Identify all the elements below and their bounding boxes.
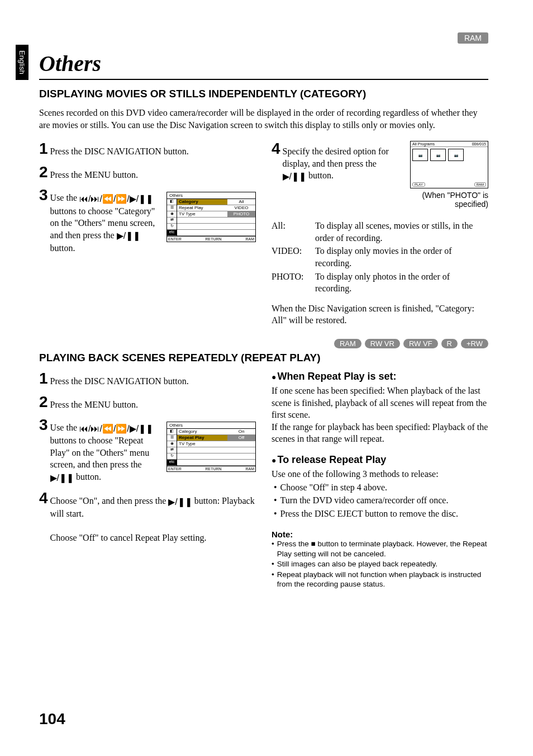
list-item: Turn the DVD video camera/recorder off o…: [274, 494, 488, 507]
subheading-release: To release Repeat Play: [272, 454, 488, 466]
def-label: VIDEO:: [272, 245, 315, 269]
section1-intro: Scenes recorded on this DVD video camera…: [39, 107, 488, 131]
menu-sidebar-icon: ↻: [167, 453, 177, 460]
step-number: 1: [39, 141, 48, 157]
menu-row-label: TV Type: [177, 211, 227, 217]
disc-nav-screenshot: All Programs 006/015 📷 📷 📷 PLAY RAM: [410, 141, 488, 188]
step-text: Specify the desired option for display, …: [283, 141, 399, 182]
subheading-when-set: When Repeat Play is set:: [272, 371, 488, 382]
step-number: 2: [39, 394, 48, 410]
menu-row-value: Off: [227, 435, 255, 441]
badge-r: R: [441, 339, 458, 348]
body-paragraph: If one scene has been specified: When pl…: [272, 385, 488, 445]
step-text: Use the ⏮/⏭/⏪/⏩/▶/❚❚ buttons to choose "…: [50, 187, 160, 254]
thumbnail: 📷: [412, 149, 428, 161]
menu-sidebar-icon: ⇄: [167, 218, 177, 224]
menu-sidebar-icon: ☰: [167, 205, 177, 211]
side-tab-language: English: [16, 45, 28, 80]
menu-sidebar-icon: ◧: [167, 429, 177, 435]
text-fragment: Choose "Off" to cancel Repeat Play setti…: [50, 533, 207, 542]
menu-sidebar-icon: ◉: [167, 211, 177, 218]
menu-title: Others: [167, 192, 255, 199]
s1-step3: 3 Use the ⏮/⏭/⏪/⏩/▶/❚❚ buttons to choose…: [39, 187, 160, 254]
screen-ram-label: RAM: [474, 182, 486, 187]
menu-sidebar-icon: ◧: [167, 199, 177, 205]
step-text: Use the ⏮/⏭/⏪/⏩/▶/❚❚ buttons to choose "…: [50, 417, 160, 484]
screenshot-caption: (When "PHOTO" is specified): [404, 191, 488, 209]
text-fragment: Use the: [50, 193, 79, 202]
menu-screenshot-repeat: Others ◧ ☰ ◉ ⇄ ↻ etc CategoryOn Repeat: [166, 422, 256, 472]
section2-left-col: 1 Press the DISC NAVIGATION button. 2 Pr…: [39, 371, 256, 590]
menu-sidebar-icon: etc: [167, 230, 177, 236]
step-text: Press the DISC NAVIGATION button.: [50, 141, 256, 158]
nav-buttons-icon: ⏮/⏭/⏪/⏩/▶/❚❚: [79, 423, 153, 435]
screen-play-label: PLAY: [412, 182, 425, 187]
text-fragment: Use the: [50, 423, 79, 432]
list-item: Choose "Off" in step 4 above.: [274, 481, 488, 494]
menu-row-label: Repeat Play: [177, 205, 227, 211]
def-text: To display all scenes, movies or stills,…: [315, 220, 488, 244]
step-number: 2: [39, 164, 48, 180]
format-badges: RAM RW VR RW VF R +RW: [39, 339, 488, 348]
body-paragraph: Use one of the following 3 methods to re…: [272, 468, 488, 480]
step-number: 3: [39, 417, 48, 433]
section2-columns: 1 Press the DISC NAVIGATION button. 2 Pr…: [39, 371, 488, 590]
page-title: Others: [39, 50, 488, 80]
menu-sidebar-icon: ◉: [167, 441, 177, 447]
menu-sidebar-icon: ☰: [167, 435, 177, 441]
play-pause-icon: ▶/❚❚: [168, 496, 192, 508]
section1-columns: 1 Press the DISC NAVIGATION button. 2 Pr…: [39, 141, 488, 327]
def-label: All:: [272, 220, 315, 244]
definition-list: All:To display all scenes, movies or sti…: [272, 220, 488, 295]
menu-row-value: PHOTO: [227, 211, 255, 217]
play-pause-icon: ▶/❚❚: [50, 472, 74, 484]
section1-right-col: 4 Specify the desired option for display…: [272, 141, 488, 327]
page-content: Others DISPLAYING MOVIES OR STILLS INDEP…: [39, 50, 488, 590]
menu-sidebar-icon: ↻: [167, 224, 177, 230]
menu-footer-return: RETURN: [206, 237, 222, 241]
step-text: Press the DISC NAVIGATION button.: [50, 371, 256, 388]
badge-rwvr: RW VR: [365, 339, 400, 348]
top-ram-badge: RAM: [458, 32, 488, 44]
menu-screenshot-category: Others ◧ ☰ ◉ ⇄ ↻ etc CategoryAll Repea: [166, 192, 256, 242]
note-item: Press the ■ button to terminate playback…: [272, 539, 488, 559]
play-pause-icon: ▶/❚❚: [283, 171, 306, 183]
section1-heading: DISPLAYING MOVIES OR STILLS INDEPENDENTL…: [39, 88, 488, 100]
menu-footer-ram: RAM: [245, 237, 254, 241]
text-fragment: If the range for playback has been speci…: [272, 422, 488, 444]
nav-buttons-icon: ⏮/⏭/⏪/⏩/▶/❚❚: [79, 193, 153, 205]
step-text: Press the MENU button.: [50, 394, 256, 411]
step-text: Press the MENU button.: [50, 164, 256, 181]
text-fragment: If one scene has been specified: When pl…: [272, 386, 487, 419]
step-number: 4: [272, 141, 280, 157]
screen-title: All Programs: [412, 142, 435, 146]
s2-step3: 3 Use the ⏮/⏭/⏪/⏩/▶/❚❚ buttons to choose…: [39, 417, 160, 484]
play-pause-icon: ▶/❚❚: [117, 230, 140, 242]
s1-step2: 2 Press the MENU button.: [39, 164, 256, 181]
step-number: 1: [39, 371, 48, 386]
note-heading: Note:: [272, 530, 488, 539]
note-list: Press the ■ button to terminate playback…: [272, 539, 488, 589]
menu-footer-enter: ENTER: [168, 237, 182, 241]
section2-heading: PLAYING BACK SCENES REPEATEDLY (REPEAT P…: [39, 352, 488, 364]
menu-footer-return: RETURN: [206, 467, 222, 471]
def-text: To display only photos in the order of r…: [315, 271, 488, 295]
text-fragment: buttons to choose "Repeat Play" on the "…: [50, 436, 150, 469]
menu-row-value: On: [227, 429, 255, 434]
thumbnail: 📷: [448, 149, 464, 161]
s2-step1: 1 Press the DISC NAVIGATION button.: [39, 371, 256, 388]
menu-footer-enter: ENTER: [168, 467, 182, 471]
menu-row-value: [227, 441, 255, 447]
screen-counter: 006/015: [472, 142, 486, 146]
text-fragment: button.: [74, 472, 101, 481]
badge-rwvf: RW VF: [403, 339, 438, 348]
step-number: 4: [39, 490, 48, 506]
menu-sidebar-icon: etc: [167, 460, 177, 466]
bullet-list: Choose "Off" in step 4 above. Turn the D…: [274, 481, 488, 520]
menu-row-label: Repeat Play: [177, 435, 227, 441]
restore-note: When the Disc Navigation screen is finis…: [272, 303, 488, 327]
menu-row-label: Category: [177, 199, 227, 205]
menu-title: Others: [167, 422, 255, 429]
menu-row-value: All: [227, 199, 255, 205]
text-fragment: Choose "On", and then press the: [50, 496, 169, 505]
